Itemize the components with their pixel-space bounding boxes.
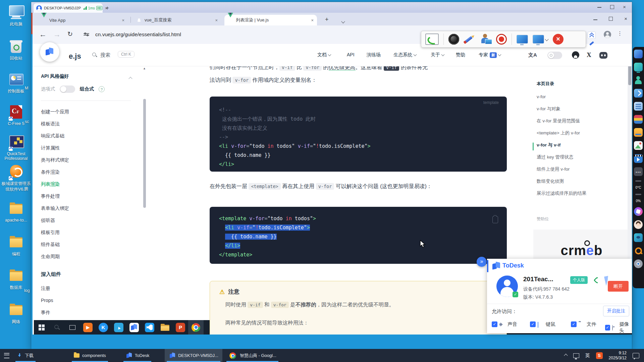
new-tab-button[interactable]: + — [325, 16, 329, 23]
perm-camera[interactable]: ✓摄像头 — [605, 321, 632, 334]
taskbar-explorer-icon[interactable] — [157, 320, 173, 335]
sidebar-item[interactable]: 注册 — [41, 282, 135, 294]
enable-annotation-button[interactable]: 开启批注 — [603, 306, 629, 316]
task-view-icon[interactable] — [65, 320, 80, 335]
options-api-label[interactable]: 选项式 — [41, 86, 55, 92]
address-bar[interactable]: cn.vuejs.org/guide/essentials/list.html — [95, 32, 181, 38]
voice-call-icon[interactable] — [594, 276, 600, 283]
video-player-icon[interactable] — [634, 154, 643, 163]
taskbar-item-components[interactable]: components — [70, 349, 110, 362]
remote-session-tab[interactable]: DESKTOP-VM5DJ2P 1ms HD × — [34, 3, 103, 13]
hidden-icons-chevron[interactable] — [564, 354, 568, 357]
clock[interactable]: 9:122025/3/12 — [609, 351, 627, 361]
sidebar-item[interactable]: Props — [41, 294, 135, 306]
taskbar-item-todesk[interactable]: ToDesk — [121, 349, 153, 362]
close-icon[interactable]: × — [623, 5, 626, 9]
taskbar-item-chrome[interactable]: 智慧山商 - Googl... — [224, 349, 280, 362]
desktop-icon-apache[interactable]: apache-to... — [1, 201, 31, 223]
taskbar-todesk-icon[interactable] — [126, 320, 142, 335]
sidebar-item-active[interactable]: 列表渲染 — [41, 178, 135, 190]
scroll-up-icon[interactable]: ▲ — [143, 67, 146, 70]
restore-icon[interactable] — [609, 17, 613, 21]
monitor-select[interactable] — [533, 35, 548, 44]
start-button[interactable] — [34, 320, 49, 335]
close-annotation-icon[interactable]: × — [553, 34, 564, 45]
folder-icon[interactable] — [634, 128, 643, 137]
desktop-icon-recycle-bin[interactable]: 回收站 — [1, 39, 31, 61]
sidebar-item[interactable]: 表单输入绑定 — [41, 202, 135, 214]
tab-close-icon[interactable]: × — [212, 18, 218, 23]
sidebar-item[interactable]: 模板语法 — [41, 118, 135, 130]
desktop-icon-shujuku[interactable]: 数据库 — [1, 268, 31, 291]
desktop-icon-control-panel[interactable]: 控制面板 — [1, 72, 31, 94]
scrollbar-thumb[interactable] — [143, 99, 146, 208]
desktop-icon-wangluo[interactable]: 网络 — [1, 302, 31, 325]
nav-about[interactable]: 关于 — [431, 52, 444, 58]
help-icon[interactable]: ? — [99, 86, 105, 92]
shortcut-icon[interactable] — [634, 89, 643, 98]
sidebar-item[interactable]: 模板引用 — [41, 226, 135, 238]
taskbar-bird-app-icon[interactable]: ▲ — [111, 320, 126, 335]
sidebar-item[interactable]: 响应式基础 — [41, 130, 135, 142]
tab-vite-app[interactable]: Vite App × — [38, 15, 128, 25]
screen-share-icon[interactable] — [634, 63, 643, 71]
maximize-icon[interactable] — [610, 5, 614, 9]
nav-ecosystem[interactable]: 生态系统 — [393, 52, 416, 58]
monitor-eye-icon[interactable] — [634, 233, 643, 242]
nav-playground[interactable]: 演练场 — [367, 52, 381, 58]
site-logo-text[interactable]: e.js — [69, 52, 81, 61]
taskbar-player-icon[interactable]: ▶ — [80, 320, 96, 335]
new-session-button[interactable]: + — [106, 5, 109, 11]
toc-item[interactable]: 在 v-for 里使用范围值 — [537, 115, 600, 127]
code-content[interactable]: <template v-for="todo in todos"> <li v-i… — [219, 214, 316, 259]
sidebar-scrollbar[interactable]: ▲ ▼ — [142, 66, 147, 335]
taskbar-item-remote-session[interactable]: DESKTOP-VM5DJ... — [165, 349, 222, 362]
camera-lens-icon[interactable] — [448, 34, 459, 45]
collapse-chevron-icon[interactable] — [129, 75, 132, 81]
pictures-icon[interactable] — [634, 141, 643, 150]
forward-icon[interactable]: → — [53, 30, 61, 39]
search-tool-icon[interactable] — [634, 246, 643, 255]
api-style-switch[interactable] — [60, 85, 75, 93]
settings-gear-icon[interactable] — [634, 259, 643, 268]
sidebar-item[interactable]: 生命周期 — [41, 250, 135, 262]
nav-api[interactable]: API — [347, 52, 355, 57]
contact-icon[interactable] — [634, 76, 643, 84]
toc-item-active[interactable]: v-for 与 v-if — [537, 139, 600, 151]
ime-indicator[interactable]: 英 — [585, 353, 590, 359]
more-icon[interactable]: ... — [634, 167, 643, 176]
sogou-ime-icon[interactable]: S — [596, 352, 603, 359]
taskbar-search-icon[interactable] — [49, 320, 65, 335]
pencil-icon[interactable] — [464, 34, 475, 45]
sidebar-item[interactable]: 类与样式绑定 — [41, 154, 135, 166]
toc-item[interactable]: 展示过滤或排序后的结果 — [537, 187, 600, 199]
code-content[interactable]: <!-- 这会抛出一个错误，因为属性 todo 此时 没有在该实例上定义--><… — [219, 106, 371, 169]
toc-item[interactable]: 组件上使用 v-for — [537, 163, 600, 175]
toc-item[interactable]: v-for — [537, 91, 600, 103]
taskbar-k-app-icon[interactable]: K — [96, 320, 111, 335]
tab-close-icon[interactable]: × — [118, 18, 124, 23]
toc-item[interactable]: 通过 key 管理状态 — [537, 151, 600, 163]
tab-baidu-search[interactable]: vue_百度搜索 × — [133, 15, 221, 25]
back-icon[interactable]: ← — [39, 30, 47, 39]
composition-api-label[interactable]: 组合式 — [80, 86, 94, 92]
disconnect-button[interactable]: 断开 — [608, 281, 629, 292]
panel-collapse-button[interactable]: » — [477, 257, 487, 267]
perm-audio[interactable]: ✓声音 — [492, 321, 517, 327]
translate-icon[interactable]: 文A — [528, 52, 537, 58]
sidebar-item[interactable]: 事件处理 — [41, 190, 135, 202]
minimize-icon[interactable] — [597, 7, 601, 8]
toc-item[interactable]: v-for 与对象 — [537, 103, 600, 115]
taskbar-item-download[interactable]: 下载 — [13, 349, 38, 362]
taskbar-vscode-icon[interactable] — [142, 320, 157, 335]
desktop-icon-quicktest[interactable]: QuickTest Professional — [1, 135, 31, 161]
action-center-icon[interactable] — [633, 353, 639, 358]
presenter-icon[interactable] — [480, 34, 491, 45]
nav-sponsor[interactable]: 赞助 — [456, 52, 465, 58]
pen-tool-icon[interactable] — [589, 40, 595, 46]
app-icon[interactable] — [634, 50, 643, 58]
site-info-icon[interactable] — [84, 32, 89, 37]
documents-icon[interactable] — [634, 102, 643, 111]
sidebar-item[interactable]: 条件渲染 — [41, 166, 135, 178]
perm-files[interactable]: ✓文件 — [571, 321, 596, 327]
